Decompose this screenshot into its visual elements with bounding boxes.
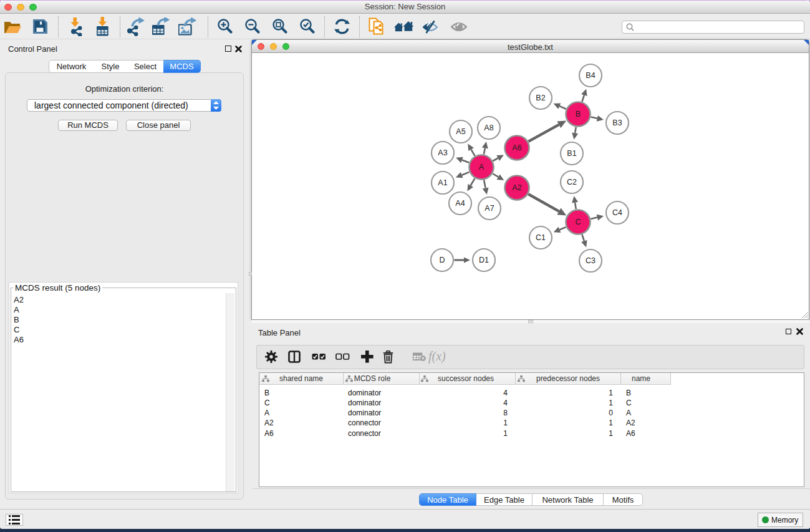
svg-text:B1: B1 bbox=[567, 149, 576, 158]
svg-text:C4: C4 bbox=[612, 208, 622, 217]
svg-text:A5: A5 bbox=[456, 127, 465, 136]
svg-text:A4: A4 bbox=[455, 199, 465, 208]
svg-text:D1: D1 bbox=[479, 256, 489, 264]
svg-text:C2: C2 bbox=[567, 178, 577, 186]
svg-text:A8: A8 bbox=[484, 123, 493, 132]
svg-text:C1: C1 bbox=[536, 233, 546, 242]
svg-text:C3: C3 bbox=[586, 256, 595, 265]
svg-text:A7: A7 bbox=[485, 204, 494, 213]
svg-text:C: C bbox=[575, 218, 581, 226]
svg-text:A3: A3 bbox=[438, 148, 447, 157]
svg-text:B4: B4 bbox=[586, 71, 595, 80]
svg-text:A6: A6 bbox=[512, 143, 521, 152]
svg-text:A2: A2 bbox=[512, 183, 521, 192]
svg-text:A1: A1 bbox=[438, 178, 447, 187]
svg-text:B2: B2 bbox=[536, 94, 545, 102]
svg-text:D: D bbox=[439, 256, 445, 264]
svg-text:B: B bbox=[576, 110, 581, 118]
svg-text:B3: B3 bbox=[612, 118, 622, 127]
svg-text:A: A bbox=[479, 163, 485, 172]
